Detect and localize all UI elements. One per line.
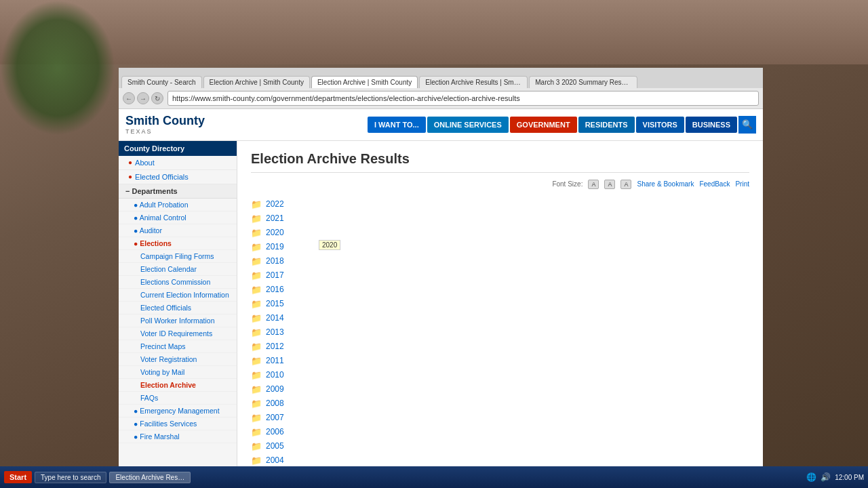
- folder-item-2006[interactable]: 📁2006: [251, 425, 749, 439]
- tab-4[interactable]: Election Archive Results | Smith...: [419, 76, 528, 88]
- folder-item-2018[interactable]: 📁2018: [251, 254, 749, 268]
- tab-5[interactable]: March 3 2020 Summary Results...: [529, 76, 637, 88]
- folder-item-2015[interactable]: 📁2015: [251, 297, 749, 311]
- sidebar-current-election[interactable]: Current Election Information: [119, 289, 237, 302]
- folder-icon: 📁: [251, 242, 262, 252]
- folder-icon: 📁: [251, 256, 262, 266]
- folder-item-2012[interactable]: 📁2012: [251, 340, 749, 354]
- sidebar-campaign-forms[interactable]: Campaign Filing Forms: [119, 250, 237, 263]
- sidebar-item-elected[interactable]: ● Elected Officials: [119, 170, 237, 184]
- font-size-large[interactable]: A: [620, 180, 631, 189]
- folder-label: 2012: [266, 342, 284, 351]
- folder-item-2016[interactable]: 📁2016: [251, 283, 749, 297]
- folder-icon: 📁: [251, 342, 262, 352]
- bullet-icon: ●: [134, 201, 138, 209]
- logo-title: Smith County: [125, 115, 205, 128]
- sidebar-voter-registration[interactable]: Voter Registration: [119, 353, 237, 366]
- address-input[interactable]: https://www.smith-county.com/government/…: [167, 91, 759, 106]
- folder-item-2009[interactable]: 📁2009: [251, 382, 749, 396]
- folder-label: 2005: [266, 441, 284, 451]
- address-bar-area: ← → ↻ https://www.smith-county.com/gover…: [119, 88, 763, 109]
- folder-label: 2022: [266, 199, 284, 209]
- start-button[interactable]: Start: [4, 471, 32, 483]
- forward-button[interactable]: →: [137, 92, 149, 104]
- sidebar-faqs[interactable]: FAQs: [119, 392, 237, 405]
- taskbar-search[interactable]: Type here to search: [35, 472, 106, 483]
- sidebar: County Directory ● About ● Elected Offic…: [119, 141, 237, 468]
- print-link[interactable]: Print: [735, 180, 749, 188]
- bullet-icon: ●: [128, 159, 132, 166]
- tab-2[interactable]: Election Archive | Smith County: [203, 76, 310, 88]
- sidebar-fire-marshal[interactable]: ● Fire Marshal: [119, 430, 237, 443]
- folder-label: 2021: [266, 214, 284, 223]
- bullet-icon: ●: [134, 214, 138, 222]
- font-size-small[interactable]: A: [588, 180, 599, 189]
- sidebar-elections[interactable]: ● Elections: [119, 237, 237, 250]
- nav-item-visitors[interactable]: VISITORS: [636, 117, 684, 133]
- back-button[interactable]: ←: [123, 92, 135, 104]
- tab-1[interactable]: Smith County - Search: [121, 76, 202, 88]
- folder-label: 2013: [266, 327, 284, 337]
- folder-label: 2006: [266, 427, 284, 436]
- font-size-medium[interactable]: A: [604, 180, 615, 189]
- folder-icon: 📁: [251, 199, 262, 209]
- nav-item-iwant[interactable]: I WANT TO...: [368, 117, 426, 133]
- nav-item-government[interactable]: GOVERNMENT: [510, 117, 577, 133]
- sidebar-elected-officials[interactable]: Elected Officials: [119, 302, 237, 314]
- sidebar-item-about[interactable]: ● About: [119, 156, 237, 170]
- folder-item-2017[interactable]: 📁2017: [251, 268, 749, 283]
- folder-item-2004[interactable]: 📁2004: [251, 453, 749, 468]
- logo-subtitle: TEXAS: [125, 128, 153, 135]
- folder-item-2022[interactable]: 📁2022: [251, 197, 749, 211]
- folder-item-2021[interactable]: 📁2021: [251, 211, 749, 226]
- toolbar: Font Size: A A A Share & Bookmark FeedBa…: [251, 180, 749, 189]
- folder-item-2014[interactable]: 📁2014: [251, 311, 749, 325]
- sidebar-animal-control[interactable]: ● Animal Control: [119, 211, 237, 224]
- sidebar-adult-probation[interactable]: ● Adult Probation: [119, 199, 237, 211]
- folder-icon: 📁: [251, 413, 262, 423]
- folder-icon: 📁: [251, 384, 262, 394]
- sidebar-election-calendar[interactable]: Election Calendar: [119, 263, 237, 276]
- nav-item-online[interactable]: ONLINE SERVICES: [427, 117, 509, 133]
- sidebar-precinct-maps[interactable]: Precinct Maps: [119, 340, 237, 353]
- sidebar-election-archive[interactable]: Election Archive: [119, 379, 237, 392]
- speaker-icon: 🔊: [821, 472, 831, 482]
- folder-icon: 📁: [251, 313, 262, 323]
- feedback-link[interactable]: FeedBack: [699, 180, 730, 188]
- folder-item-2008[interactable]: 📁2008: [251, 396, 749, 411]
- bullet-icon: ●: [128, 173, 132, 180]
- tab-3-active[interactable]: Election Archive | Smith County: [311, 76, 418, 88]
- font-size-label: Font Size:: [552, 180, 583, 188]
- site-logo: Smith County TEXAS: [125, 115, 205, 135]
- sidebar-facilities[interactable]: ● Facilities Services: [119, 418, 237, 430]
- nav-item-business[interactable]: BUSINESS: [686, 117, 737, 133]
- bullet-icon: ●: [134, 226, 138, 235]
- content-area: County Directory ● About ● Elected Offic…: [119, 141, 763, 468]
- folder-item-2005[interactable]: 📁2005: [251, 439, 749, 453]
- sidebar-elections-commission[interactable]: Elections Commission: [119, 276, 237, 289]
- folder-label: 2007: [266, 413, 284, 422]
- share-bookmark-link[interactable]: Share & Bookmark: [637, 180, 694, 188]
- taskbar-election-archive[interactable]: Election Archive Results: [109, 472, 191, 483]
- folder-item-2007[interactable]: 📁2007: [251, 411, 749, 425]
- folder-item-2010[interactable]: 📁2010: [251, 368, 749, 382]
- folder-label: 2020: [266, 228, 284, 237]
- bullet-icon: ●: [134, 407, 138, 415]
- search-button[interactable]: 🔍: [738, 116, 756, 134]
- sidebar-poll-worker[interactable]: Poll Worker Information: [119, 314, 237, 327]
- folder-item-2011[interactable]: 📁2011: [251, 354, 749, 368]
- sidebar-emergency-mgmt[interactable]: ● Emergency Management: [119, 405, 237, 418]
- sidebar-departments[interactable]: − Departments: [119, 184, 237, 199]
- sidebar-voter-id[interactable]: Voter ID Requirements: [119, 327, 237, 340]
- folder-icon: 📁: [251, 214, 262, 224]
- refresh-button[interactable]: ↻: [151, 92, 163, 104]
- nav-item-residents[interactable]: RESIDENTS: [578, 117, 635, 133]
- folder-item-2019[interactable]: 📁20192020: [251, 240, 749, 254]
- folder-icon: 📁: [251, 228, 262, 238]
- sidebar-auditor[interactable]: ● Auditor: [119, 224, 237, 237]
- taskbar-system-icons: 🌐 🔊 12:00 PM: [806, 472, 864, 482]
- sidebar-voting-by-mail[interactable]: Voting by Mail: [119, 366, 237, 379]
- folder-icon: 📁: [251, 399, 262, 409]
- folder-item-2020[interactable]: 📁2020: [251, 226, 749, 240]
- folder-item-2013[interactable]: 📁2013: [251, 325, 749, 340]
